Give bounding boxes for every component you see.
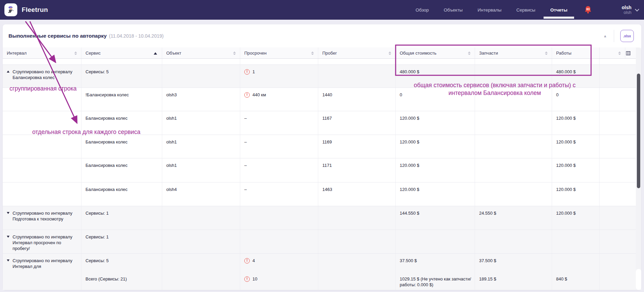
- cell-works: 480.000 $: [552, 65, 600, 87]
- column-header-works[interactable]: Работы: [552, 47, 600, 58]
- nav-item-overview[interactable]: Обзор: [415, 1, 430, 19]
- column-label: Запчасти: [479, 51, 498, 56]
- sort-ascending-icon[interactable]: [154, 52, 157, 55]
- group-row: Сгруппировано по интервалу Балансировка …: [3, 64, 641, 87]
- group-row: Сгруппировано по интервалу Интервал дляС…: [3, 253, 641, 272]
- cell-mileage: [318, 272, 396, 290]
- report-header: Выполненные сервисы по автопарку (11.04.…: [3, 24, 641, 47]
- column-header-interval[interactable]: Интервал: [3, 47, 81, 58]
- sort-arrows-icon[interactable]: [389, 52, 391, 55]
- vertical-scrollbar-track[interactable]: [636, 47, 641, 290]
- cell-interval: [3, 272, 81, 290]
- column-header-mileage[interactable]: Пробег: [318, 47, 396, 58]
- column-header-extra[interactable]: [600, 47, 625, 58]
- export-xlsx-button[interactable]: .xlsx: [620, 30, 634, 42]
- cell-overdue: –: [240, 158, 318, 182]
- sort-arrows-icon[interactable]: [74, 52, 77, 55]
- cell-extra: [600, 254, 633, 272]
- cell-works: 120.000 $: [552, 182, 600, 206]
- nav-item-objects[interactable]: Объекты: [443, 1, 463, 19]
- user-menu[interactable]: olsh olsh: [622, 5, 631, 15]
- cell-overdue: [240, 59, 318, 64]
- cell-works: 840 $: [552, 272, 600, 290]
- cell-service: Сервисы: 5: [81, 254, 162, 272]
- cell-total-cost: 144.550 $: [396, 206, 475, 230]
- column-header-total-cost[interactable]: Общая стоимость: [396, 47, 475, 58]
- nav-item-intervals[interactable]: Интервалы: [477, 1, 502, 19]
- brand-logo[interactable]: [4, 3, 17, 16]
- cell-mileage: 1171: [318, 158, 396, 182]
- cell-object: olsh4: [162, 182, 240, 206]
- cell-interval: [3, 158, 81, 182]
- column-label: Просрочен: [244, 51, 267, 56]
- notifications-button[interactable]: 83: [584, 5, 592, 14]
- column-header-object[interactable]: Объект: [162, 47, 240, 58]
- table-row: Балансировка колесolsh1–1167120.000 $120…: [3, 111, 641, 135]
- vertical-scrollbar-thumb[interactable]: [637, 74, 640, 188]
- cell-total-cost: 120.000 $: [396, 135, 475, 158]
- cell-works: [552, 230, 600, 253]
- cell-extra: [600, 230, 633, 253]
- cell-service: Балансировка колес: [81, 111, 162, 135]
- cell-object: [162, 59, 240, 64]
- cell-interval: [3, 59, 81, 64]
- sort-arrows-icon[interactable]: [618, 52, 621, 55]
- total-row: Всего (Сервисы: 21)!101029.15 $ (Не учте…: [3, 272, 641, 290]
- cell-total-cost: 120.000 $: [396, 182, 475, 206]
- cell-extra: [600, 65, 633, 87]
- expand-group-icon[interactable]: [7, 259, 10, 261]
- expand-group-icon[interactable]: [7, 236, 10, 238]
- cell-interval: Сгруппировано по интервалу Интервал для: [3, 254, 81, 272]
- collapse-group-icon[interactable]: [7, 71, 10, 73]
- nav-item-services[interactable]: Сервисы: [516, 1, 536, 19]
- column-settings-button[interactable]: [625, 47, 633, 58]
- exclamation-circle-icon: !: [244, 276, 250, 282]
- cell-mileage: [318, 206, 396, 230]
- scrollbar-corner: [636, 269, 641, 290]
- column-header-service[interactable]: Сервис: [81, 47, 162, 58]
- interval-label: Сгруппировано по интервалу Интервал прос…: [13, 234, 78, 251]
- divider: [614, 30, 614, 42]
- cell-object: [162, 206, 240, 230]
- cell-extra: [600, 158, 633, 182]
- sort-arrows-icon[interactable]: [311, 52, 314, 55]
- cell-service: Балансировка колес: [81, 135, 162, 158]
- column-header-parts[interactable]: Запчасти: [475, 47, 552, 58]
- table-body: Сгруппировано по интервалу Балансировка …: [3, 59, 641, 290]
- sort-arrows-icon[interactable]: [233, 52, 236, 55]
- user-account: olsh: [622, 10, 631, 15]
- cell-extra: [600, 88, 633, 111]
- cell-parts: [475, 182, 552, 206]
- cell-mileage: 1169: [318, 135, 396, 158]
- chevron-down-icon[interactable]: [635, 7, 639, 12]
- cell-parts: 24.550 $: [475, 206, 552, 230]
- collapse-report-button[interactable]: ▲: [601, 32, 609, 40]
- column-label: Общая стоимость: [400, 51, 436, 56]
- cell-total-cost: 37.500 $: [396, 254, 475, 272]
- table-header: ИнтервалСервисОбъектПросроченПробегОбщая…: [3, 47, 641, 59]
- cell-extra: [600, 206, 633, 230]
- nav-item-reports[interactable]: Отчеты: [550, 1, 568, 19]
- expand-group-icon[interactable]: [7, 212, 10, 214]
- table-row: Балансировка колесolsh4–1463120.000 $120…: [3, 182, 641, 206]
- cell-overdue: –: [240, 182, 318, 206]
- cell-object: olsh1: [162, 158, 240, 182]
- interval-label: Сгруппировано по интервалу Подготовка к …: [13, 210, 78, 222]
- sort-arrows-icon[interactable]: [545, 52, 548, 55]
- report-card: Выполненные сервисы по автопарку (11.04.…: [3, 24, 641, 290]
- cell-total-cost: 120.000 $: [396, 158, 475, 182]
- cell-object: [162, 230, 240, 253]
- table-columns-icon: [626, 51, 630, 56]
- exclamation-circle-icon: !: [244, 69, 250, 75]
- cell-parts: [475, 158, 552, 182]
- column-header-overdue[interactable]: Просрочен: [240, 47, 318, 58]
- report-period: (11.04.2018 - 10.04.2019): [109, 33, 164, 39]
- bell-icon: 83: [584, 5, 592, 14]
- notifications-badge: 83: [586, 7, 590, 11]
- cell-parts: [475, 88, 552, 111]
- cell-parts: [475, 230, 552, 253]
- cell-object: [162, 272, 240, 290]
- exclamation-circle-icon: !: [244, 92, 250, 98]
- sort-arrows-icon[interactable]: [468, 52, 471, 55]
- cell-interval: [3, 88, 81, 111]
